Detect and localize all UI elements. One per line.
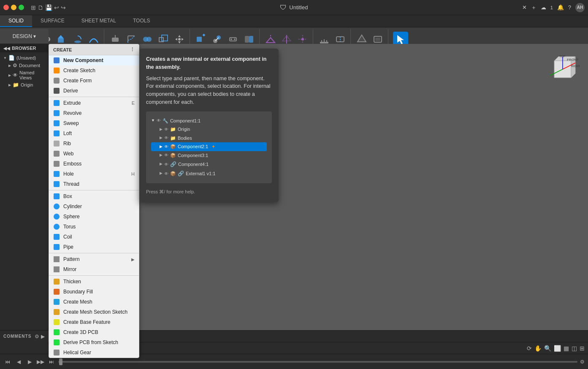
boundary-fill-menu-icon xyxy=(53,288,60,295)
menu-item-emboss[interactable]: Emboss xyxy=(49,159,139,169)
menu-item-derive-pcb[interactable]: Derive PCB from Sketch xyxy=(49,337,139,347)
docsettings-label: Document xyxy=(19,63,40,68)
orbit-icon[interactable]: ⟳ xyxy=(527,345,532,352)
design-button[interactable]: DESIGN ▾ xyxy=(0,29,49,44)
browser-item-docsettings[interactable]: ▶ ⚙ Document xyxy=(2,62,46,69)
sidebar-panel: ◀◀ BROWSER ▼ 📄 (Unsaved) ▶ ⚙ Document ▶ … xyxy=(0,44,49,354)
root-tree-eye: 👁 xyxy=(157,117,161,124)
appearance-icon[interactable]: ◫ xyxy=(572,345,577,352)
menu-item-sweep[interactable]: Sweep xyxy=(49,118,139,128)
browser-item-namedviews[interactable]: ▶ 👁 Named Views xyxy=(2,69,46,81)
svg-marker-21 xyxy=(182,38,184,41)
menu-item-hole[interactable]: Hole H xyxy=(49,169,139,179)
add-tab-icon[interactable]: ＋ xyxy=(531,4,537,11)
timeline-first-button[interactable]: ⏮ xyxy=(3,358,12,366)
tab-solid[interactable]: SOLID xyxy=(0,15,32,27)
helical-gear-label: Helical Gear xyxy=(63,350,91,355)
svg-rect-32 xyxy=(245,36,249,43)
thread-label: Thread xyxy=(63,181,79,187)
tab-tools[interactable]: TOOLS xyxy=(125,15,158,27)
minimize-window-button[interactable] xyxy=(11,5,16,10)
menu-item-helical-gear[interactable]: Helical Gear xyxy=(49,347,139,358)
menu-item-mirror[interactable]: Mirror xyxy=(49,264,139,274)
menu-item-pattern[interactable]: Pattern ▶ xyxy=(49,254,139,264)
close-window-button[interactable] xyxy=(3,5,9,10)
menu-item-revolve[interactable]: Revolve xyxy=(49,108,139,118)
browser-collapse-icon[interactable]: ◀◀ xyxy=(3,46,10,51)
menu-item-rib[interactable]: Rib xyxy=(49,138,139,149)
comp2-tree-icon: 📦 xyxy=(170,143,176,150)
menu-item-pipe[interactable]: Pipe xyxy=(49,242,139,252)
close-tab-icon[interactable]: ✕ xyxy=(522,4,527,11)
svg-point-31 xyxy=(234,38,236,40)
menu-item-create-form[interactable]: Create Form xyxy=(49,76,139,86)
timeline-next-button[interactable]: ▶▶ xyxy=(36,358,45,366)
timeline-settings-icon[interactable]: ⚙ xyxy=(580,359,585,365)
tab-sheet-metal[interactable]: SHEET METAL xyxy=(73,15,125,27)
menu-item-base-feature[interactable]: Create Base Feature xyxy=(49,317,139,327)
svg-rect-33 xyxy=(249,36,253,43)
grid-icon[interactable]: ⊞ xyxy=(31,4,36,11)
undo-icon[interactable]: ↩ xyxy=(54,4,59,11)
extrude-label: Extrude xyxy=(63,100,81,106)
dropdown-kebab-icon[interactable]: ⋮ xyxy=(130,47,135,52)
menu-item-3dpcb[interactable]: Create 3D PCB xyxy=(49,327,139,337)
comments-settings-icon[interactable]: ⚙ xyxy=(35,334,39,339)
bodies-tree-icon: 📁 xyxy=(170,135,176,142)
svg-marker-19 xyxy=(178,41,181,43)
menu-item-boundary-fill[interactable]: Boundary Fill xyxy=(49,287,139,297)
zoom-icon[interactable]: 🔍 xyxy=(544,345,551,352)
menu-item-thread[interactable]: Thread xyxy=(49,179,139,189)
3dpcb-label: Create 3D PCB xyxy=(63,329,98,335)
comp4-tree-arrow: ▶ xyxy=(160,161,163,167)
cylinder-menu-icon xyxy=(53,203,60,210)
grid-view-icon[interactable]: ⊞ xyxy=(580,345,585,352)
save-icon[interactable]: 💾 xyxy=(45,4,52,11)
redo-icon[interactable]: ↪ xyxy=(61,4,66,11)
tooltip-preview: ▼ 👁 🔧 Component1:1 ▶ 👁 📁 Origin ▶ 👁 📁 Bo… xyxy=(146,111,272,184)
bell-icon[interactable]: 🔔 xyxy=(557,4,564,11)
file-icon[interactable]: 🗋 xyxy=(38,4,43,11)
menu-item-create-mesh[interactable]: Create Mesh xyxy=(49,297,139,307)
timeline-last-button[interactable]: ⏭ xyxy=(47,358,56,366)
user-avatar[interactable]: AH xyxy=(575,3,585,12)
orientation-cube[interactable]: FRONT RIGHT TOP xyxy=(546,52,580,86)
menu-item-derive[interactable]: Derive xyxy=(49,86,139,96)
titlebar-tools: ⊞ 🗋 💾 ↩ ↪ xyxy=(31,4,66,11)
menu-item-new-component[interactable]: New Component xyxy=(49,55,139,65)
boundary-fill-label: Boundary Fill xyxy=(63,289,93,295)
menu-item-torus[interactable]: Torus xyxy=(49,222,139,232)
menu-item-create-sketch[interactable]: Create Sketch xyxy=(49,65,139,76)
menu-item-web[interactable]: Web xyxy=(49,149,139,159)
tree-external1: ▶ 👁 📦 🔗 External1 v1:1 xyxy=(151,169,267,178)
display-icon[interactable]: ▦ xyxy=(564,345,569,352)
namedviews-arrow: ▶ xyxy=(8,73,11,77)
create-dropdown-menu: CREATE ⋮ New Component Create Sketch Cre… xyxy=(49,44,139,358)
svg-point-11 xyxy=(74,41,81,43)
comments-collapse-icon[interactable]: ▶ xyxy=(41,334,45,339)
timeline-track[interactable] xyxy=(58,361,577,363)
pan-icon[interactable]: ✋ xyxy=(534,345,542,352)
cloud-icon[interactable]: ☁ xyxy=(541,4,546,11)
browser-item-root[interactable]: ▼ 📄 (Unsaved) xyxy=(2,54,46,62)
web-label: Web xyxy=(63,151,73,157)
hole-label: Hole xyxy=(63,171,74,177)
timeline-play-button[interactable]: ▶ xyxy=(25,358,34,366)
help-icon[interactable]: ? xyxy=(568,4,571,11)
menu-item-cylinder[interactable]: Cylinder xyxy=(49,201,139,212)
timeline-prev-button[interactable]: ◀ xyxy=(14,358,23,366)
menu-item-extrude[interactable]: Extrude E xyxy=(49,98,139,108)
menu-item-thicken[interactable]: Thicken xyxy=(49,277,139,287)
web-menu-icon xyxy=(53,150,60,157)
menu-item-box[interactable]: Box xyxy=(49,191,139,201)
comp3-tree-arrow: ▶ xyxy=(160,152,163,158)
tab-surface[interactable]: SURFACE xyxy=(32,15,73,27)
thicken-menu-icon xyxy=(53,278,60,285)
menu-item-coil[interactable]: Coil xyxy=(49,232,139,242)
browser-item-origin[interactable]: ▶ 📁 Origin xyxy=(2,81,46,89)
menu-item-mesh-section[interactable]: Create Mesh Section Sketch xyxy=(49,307,139,317)
menu-item-loft[interactable]: Loft xyxy=(49,128,139,138)
maximize-window-button[interactable] xyxy=(19,5,24,10)
menu-item-sphere[interactable]: Sphere xyxy=(49,212,139,222)
fit-icon[interactable]: ⬜ xyxy=(554,345,561,352)
